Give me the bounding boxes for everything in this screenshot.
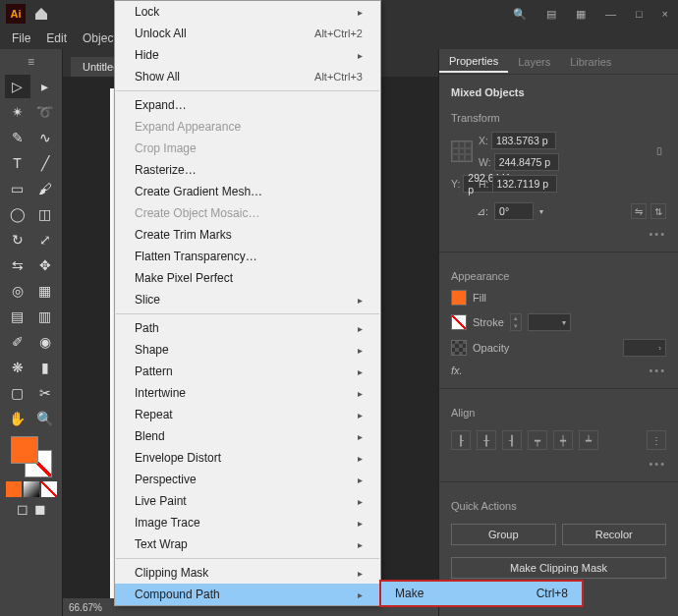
rectangle-tool[interactable]: ▭ bbox=[5, 177, 30, 200]
menu-text-wrap[interactable]: Text Wrap▸ bbox=[115, 533, 380, 555]
zoom-tool[interactable]: 🔍 bbox=[32, 407, 58, 430]
flip-vertical-icon[interactable]: ⇅ bbox=[650, 203, 666, 219]
perspective-grid-tool[interactable]: ▦ bbox=[32, 279, 58, 303]
menu-pattern[interactable]: Pattern▸ bbox=[115, 361, 380, 382]
rotate-tool[interactable]: ↻ bbox=[5, 228, 30, 252]
opacity-swatch[interactable] bbox=[451, 340, 467, 356]
rotate-input[interactable]: 0° bbox=[494, 202, 534, 220]
minimize-button[interactable]: — bbox=[599, 6, 622, 22]
tab-layers[interactable]: Layers bbox=[508, 52, 560, 72]
home-icon[interactable] bbox=[31, 4, 51, 24]
scale-tool[interactable]: ⤢ bbox=[32, 228, 58, 252]
blend-tool[interactable]: ◉ bbox=[32, 330, 58, 354]
artboard-tool[interactable]: ▢ bbox=[5, 381, 30, 405]
menu-flatten-transparency[interactable]: Flatten Transparency… bbox=[115, 246, 380, 267]
menu-compound-path[interactable]: Compound Path▸ bbox=[115, 584, 380, 605]
hand-tool[interactable]: ✋ bbox=[5, 407, 30, 430]
h-input[interactable]: 132.7119 p bbox=[492, 175, 557, 193]
menu-intertwine[interactable]: Intertwine▸ bbox=[115, 382, 380, 404]
menu-clipping-mask[interactable]: Clipping Mask▸ bbox=[115, 562, 380, 584]
reference-point[interactable] bbox=[451, 140, 473, 162]
fill-swatch[interactable] bbox=[11, 436, 38, 464]
x-input[interactable]: 183.5763 p bbox=[491, 132, 556, 149]
align-top-icon[interactable]: ┯ bbox=[528, 430, 547, 450]
search-icon[interactable]: 🔍 bbox=[507, 6, 533, 23]
menu-show-all[interactable]: Show AllAlt+Ctrl+3 bbox=[115, 66, 380, 87]
paintbrush-tool[interactable]: 🖌 bbox=[32, 177, 58, 200]
stroke-color-swatch[interactable] bbox=[451, 314, 467, 330]
direct-selection-tool[interactable]: ▸ bbox=[32, 75, 58, 98]
menu-create-trim-marks[interactable]: Create Trim Marks bbox=[115, 224, 380, 246]
recolor-button[interactable]: Recolor bbox=[562, 524, 667, 545]
close-button[interactable]: × bbox=[656, 6, 674, 22]
color-mode-gradient[interactable] bbox=[24, 481, 39, 497]
align-left-icon[interactable]: ┠ bbox=[451, 430, 471, 450]
menu-edit[interactable]: Edit bbox=[38, 29, 75, 47]
appearance-more-icon[interactable]: ••• bbox=[649, 364, 666, 376]
width-tool[interactable]: ⇆ bbox=[5, 253, 30, 277]
shaper-tool[interactable]: ◯ bbox=[5, 202, 30, 226]
eyedropper-tool[interactable]: ✐ bbox=[5, 330, 30, 354]
stroke-weight-stepper[interactable]: ▴▾ bbox=[510, 313, 522, 331]
shape-builder-tool[interactable]: ◎ bbox=[5, 279, 30, 303]
transform-more-icon[interactable]: ••• bbox=[649, 228, 666, 240]
fx-label[interactable]: fx. bbox=[451, 364, 463, 376]
draw-behind-icon[interactable]: ◼ bbox=[32, 501, 48, 517]
menu-make-pixel-perfect[interactable]: Make Pixel Perfect bbox=[115, 267, 380, 289]
menu-expand[interactable]: Expand… bbox=[115, 94, 380, 116]
line-tool[interactable]: ╱ bbox=[32, 151, 58, 175]
type-tool[interactable]: T bbox=[5, 151, 30, 175]
lasso-tool[interactable]: ➰ bbox=[32, 100, 58, 124]
align-bottom-icon[interactable]: ┷ bbox=[579, 430, 598, 450]
menu-shape[interactable]: Shape▸ bbox=[115, 339, 380, 361]
symbol-sprayer-tool[interactable]: ❋ bbox=[5, 356, 30, 379]
menu-image-trace[interactable]: Image Trace▸ bbox=[115, 512, 380, 533]
align-vcenter-icon[interactable]: ┿ bbox=[553, 430, 573, 450]
color-mode-solid[interactable] bbox=[6, 481, 22, 497]
fill-stroke-swatch[interactable] bbox=[11, 436, 52, 477]
make-clipping-mask-button[interactable]: Make Clipping Mask bbox=[451, 557, 666, 579]
menu-envelope-distort[interactable]: Envelope Distort▸ bbox=[115, 447, 380, 469]
menu-rasterize[interactable]: Rasterize… bbox=[115, 159, 380, 181]
zoom-level[interactable]: 66.67% bbox=[69, 602, 102, 613]
align-hcenter-icon[interactable]: ╂ bbox=[477, 430, 496, 450]
fill-color-swatch[interactable] bbox=[451, 290, 467, 306]
menu-file[interactable]: File bbox=[4, 29, 38, 47]
align-distribute-icon[interactable]: ⋮ bbox=[647, 430, 666, 450]
opacity-select[interactable]: › bbox=[623, 339, 666, 357]
menu-hide[interactable]: Hide▸ bbox=[115, 44, 380, 66]
flip-horizontal-icon[interactable]: ⇋ bbox=[631, 203, 647, 219]
menu-unlock-all[interactable]: Unlock AllAlt+Ctrl+2 bbox=[115, 23, 380, 44]
draw-normal-icon[interactable]: ◻ bbox=[15, 501, 30, 517]
menu-path[interactable]: Path▸ bbox=[115, 317, 380, 339]
toolbar-options-icon[interactable]: ≡ bbox=[26, 53, 36, 71]
menu-perspective[interactable]: Perspective▸ bbox=[115, 469, 380, 490]
link-wh-icon[interactable] bbox=[652, 144, 666, 158]
menu-slice[interactable]: Slice▸ bbox=[115, 289, 380, 310]
curvature-tool[interactable]: ∿ bbox=[32, 126, 58, 149]
free-transform-tool[interactable]: ✥ bbox=[32, 253, 58, 277]
gradient-tool[interactable]: ▥ bbox=[32, 305, 58, 328]
color-mode-none[interactable] bbox=[41, 481, 57, 497]
tab-properties[interactable]: Properties bbox=[439, 51, 508, 73]
workspace-layout-2-icon[interactable]: ▦ bbox=[570, 6, 592, 23]
maximize-button[interactable]: □ bbox=[630, 6, 649, 22]
group-button[interactable]: Group bbox=[451, 524, 556, 545]
submenu-make[interactable]: Make Ctrl+8 bbox=[381, 582, 582, 605]
column-graph-tool[interactable]: ▮ bbox=[32, 356, 58, 379]
eraser-tool[interactable]: ◫ bbox=[32, 202, 58, 226]
menu-create-gradient-mesh[interactable]: Create Gradient Mesh… bbox=[115, 181, 380, 202]
selection-tool[interactable]: ▷ bbox=[5, 75, 30, 98]
workspace-layout-1-icon[interactable]: ▤ bbox=[540, 6, 562, 23]
menu-repeat[interactable]: Repeat▸ bbox=[115, 404, 380, 425]
menu-blend[interactable]: Blend▸ bbox=[115, 425, 380, 447]
pen-tool[interactable]: ✎ bbox=[5, 126, 30, 149]
align-right-icon[interactable]: ┨ bbox=[502, 430, 522, 450]
rotate-dropdown-icon[interactable]: ▾ bbox=[539, 207, 543, 216]
menu-lock[interactable]: Lock▸ bbox=[115, 1, 380, 23]
slice-tool[interactable]: ✂ bbox=[32, 381, 58, 405]
w-input[interactable]: 244.8475 p bbox=[494, 153, 559, 171]
mesh-tool[interactable]: ▤ bbox=[5, 305, 30, 328]
align-more-icon[interactable]: ••• bbox=[649, 458, 666, 470]
magic-wand-tool[interactable]: ✴ bbox=[5, 100, 30, 124]
